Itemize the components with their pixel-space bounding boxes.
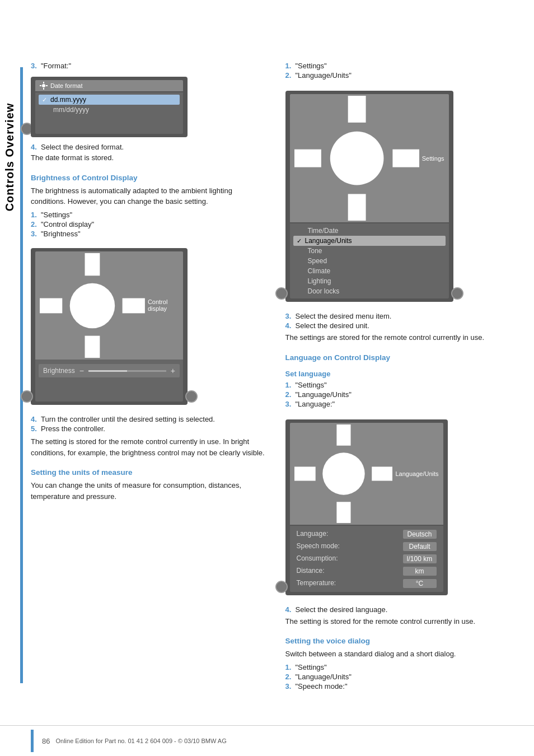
svg-rect-19 (372, 466, 393, 480)
settings-row-3: Speed (293, 256, 446, 266)
date-row-2-text: mm/dd/yyyy (53, 106, 89, 114)
settings-row-6: Door locks (293, 286, 446, 296)
copyright-text: Online Edition for Part no. 01 41 2 604 … (55, 738, 226, 744)
brightness-step4: 4. Turn the controller until the desired… (31, 415, 269, 423)
units-step4: 4. Select the desired unit. (285, 321, 523, 330)
svg-rect-12 (348, 194, 366, 221)
brightness-step2: 2. "Control display" (31, 220, 269, 228)
brightness-screen-outer: Control display Brightness − + (31, 242, 188, 411)
lang-row-3: Distance: km (293, 565, 440, 577)
settings-row-5: Lighting (293, 276, 446, 286)
lang-row-2: Consumption: l/100 km (293, 553, 440, 565)
settings-knob-right (451, 287, 463, 300)
voice-heading: Setting the voice dialog (285, 637, 523, 645)
svg-rect-13 (294, 150, 321, 167)
brightness-body: The brightness is automatically adapted … (31, 185, 269, 207)
gear-icon-lang (294, 424, 393, 523)
format-step4: 4. Select the desired format. (31, 143, 269, 151)
brightness-step3: 3. "Brightness" (31, 230, 269, 238)
lang-step1: 1. "Settings" (285, 381, 523, 389)
brightness-row: Brightness − + (39, 364, 180, 377)
set-language-subheading: Set language (285, 370, 523, 378)
svg-rect-3 (40, 85, 41, 86)
settings-mockup: Settings Time/Date ✓ Language/Units Tone (285, 91, 453, 302)
units-right-step1: 1. "Settings" (285, 62, 523, 70)
lang-row-4: Temperature: °C (293, 577, 440, 590)
sidebar-label: Controls Overview (0, 67, 20, 246)
svg-point-15 (322, 452, 364, 494)
language-heading: Language on Control Display (285, 353, 523, 362)
settings-title-text: Settings (422, 155, 444, 162)
settings-title: Settings (290, 94, 449, 222)
date-row-2: mm/dd/yyyy (39, 105, 180, 115)
voice-step3: 3. "Speech mode:" (285, 682, 523, 690)
settings-knob-left (275, 287, 288, 300)
right-column: 1. "Settings" 2. "Language/Units" (285, 62, 523, 692)
svg-rect-4 (46, 85, 48, 86)
brightness-title: Control display (35, 251, 183, 360)
svg-rect-8 (40, 298, 62, 313)
lang-row-0: Language: Deutsch (293, 528, 440, 540)
settings-row-2: Tone (293, 246, 446, 256)
svg-rect-11 (348, 96, 366, 123)
svg-point-10 (330, 132, 383, 185)
lang-step3: 3. "Language:" (285, 400, 523, 408)
gear-icon (40, 82, 48, 90)
svg-rect-1 (43, 82, 44, 83)
voice-step2: 2. "Language/Units" (285, 673, 523, 681)
units-right-step2: 2. "Language/Units" (285, 71, 523, 80)
footer-bar (31, 730, 34, 752)
units-heading: Setting the units of measure (31, 468, 269, 477)
units-body: You can change the units of measure for … (31, 480, 269, 502)
format-note: The date format is stored. (31, 152, 269, 164)
date-row-1-text: dd.mm.yyyy (50, 96, 86, 104)
svg-rect-17 (336, 502, 350, 523)
lang-knob-left (275, 581, 288, 593)
date-format-screen: Date format ✓ dd.mm.yyyy mm/dd/yyyy (31, 71, 188, 143)
settings-row-0: Time/Date (293, 226, 446, 236)
brightness-heading: Brightness of Control Display (31, 174, 269, 182)
voice-step1: 1. "Settings" (285, 663, 523, 671)
svg-rect-16 (336, 424, 350, 446)
voice-body: Switch between a standard dialog and a s… (285, 648, 523, 660)
svg-rect-14 (392, 150, 419, 167)
date-format-mockup: Date format ✓ dd.mm.yyyy mm/dd/yyyy (31, 77, 188, 137)
page-number: 86 (42, 737, 50, 745)
settings-screen-outer: Settings Time/Date ✓ Language/Units Tone (285, 85, 453, 307)
svg-point-0 (42, 84, 45, 87)
lang-step4: 4. Select the desired language. (285, 605, 523, 614)
format-step3: 3. "Format:" (31, 62, 269, 70)
lang-note: The setting is stored for the remote con… (285, 616, 523, 627)
brightness-step1: 1. "Settings" (31, 211, 269, 219)
brightness-note: The setting is stored for the remote con… (31, 436, 269, 458)
lang-title: Language/Units (290, 423, 443, 525)
left-column: 3. "Format:" Date format (31, 62, 269, 692)
svg-rect-18 (294, 466, 316, 480)
date-format-title: Date format (35, 80, 183, 91)
date-format-body: ✓ dd.mm.yyyy mm/dd/yyyy (35, 92, 183, 134)
brightness-mockup: Control display Brightness − + (31, 248, 188, 405)
svg-rect-7 (85, 335, 100, 358)
settings-row-4: Climate (293, 266, 446, 276)
sidebar-bar (20, 67, 23, 683)
svg-rect-2 (43, 88, 44, 90)
units-note: The settings are stored for the remote c… (285, 332, 523, 343)
lang-screen-outer: Language/Units Language: Deutsch Speech … (285, 414, 448, 601)
brightness-knob-right (185, 390, 198, 403)
units-step3: 3. Select the desired menu item. (285, 312, 523, 320)
gear-icon-settings (294, 96, 419, 221)
svg-point-5 (70, 283, 115, 328)
lang-step2: 2. "Language/Units" (285, 390, 523, 399)
gear-icon-brightness (40, 253, 145, 358)
svg-rect-6 (85, 253, 100, 276)
lang-mockup: Language/Units Language: Deutsch Speech … (285, 419, 448, 595)
brightness-slider (88, 370, 166, 372)
settings-row-1-selected: ✓ Language/Units (293, 236, 446, 246)
lang-row-1: Speech mode: Default (293, 540, 440, 553)
svg-rect-9 (123, 298, 145, 313)
brightness-step5: 5. Press the controller. (31, 424, 269, 433)
date-row-selected: ✓ dd.mm.yyyy (39, 95, 180, 105)
footer: 86 Online Edition for Part no. 01 41 2 6… (0, 725, 534, 756)
